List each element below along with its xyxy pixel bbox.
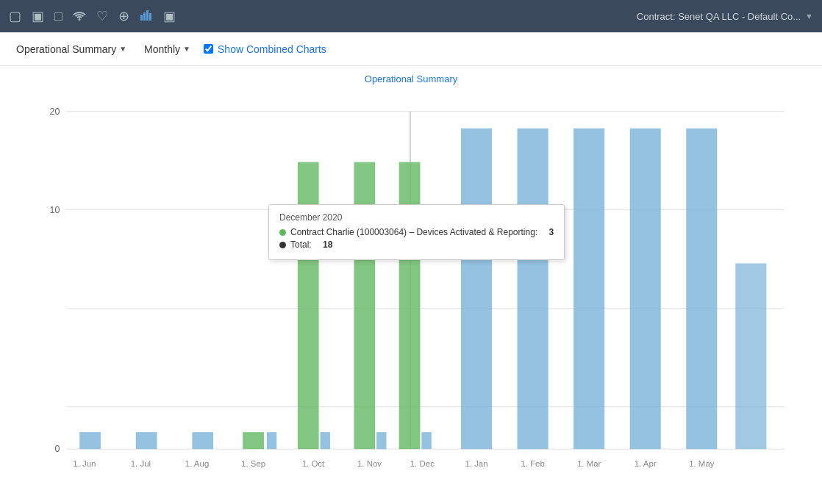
bar-nov-green xyxy=(354,162,375,450)
combined-charts-checkbox-label[interactable]: Show Combined Charts xyxy=(204,43,326,55)
bar-mar-blue xyxy=(573,129,604,449)
bell-icon[interactable]: ♡ xyxy=(96,8,108,24)
summary-caret-icon: ▼ xyxy=(119,45,126,53)
bar-oct-blue xyxy=(321,432,330,449)
bar-aug-blue xyxy=(192,432,213,449)
bar-apr-blue xyxy=(630,129,661,449)
tab-icon[interactable]: ▣ xyxy=(32,8,44,24)
svg-rect-0 xyxy=(140,15,143,21)
period-dropdown[interactable]: Monthly ▼ xyxy=(140,40,195,58)
svg-text:10: 10 xyxy=(50,205,60,215)
svg-rect-3 xyxy=(149,13,151,21)
period-label: Monthly xyxy=(144,43,180,55)
svg-text:1. Nov: 1. Nov xyxy=(357,459,382,468)
svg-text:1. Mar: 1. Mar xyxy=(577,459,601,468)
top-bar: ▢ ▣ □ ♡ ⊕ ▣ Contract: Senet QA LLC - Def… xyxy=(0,0,822,32)
svg-text:1. May: 1. May xyxy=(689,459,715,468)
add-icon[interactable]: ⊕ xyxy=(118,8,129,24)
chart-svg: 20 10 0 xyxy=(15,90,807,484)
summary-label: Operational Summary xyxy=(16,43,116,55)
svg-rect-1 xyxy=(143,12,146,21)
contract-selector[interactable]: Contract: Senet QA LLC - Default Co... ▼ xyxy=(637,11,813,22)
bar-feb-blue xyxy=(518,129,548,449)
contract-label: Contract: Senet QA LLC - Default Co... xyxy=(637,11,801,22)
doc-icon[interactable]: ▣ xyxy=(163,8,176,24)
window-icon[interactable]: ▢ xyxy=(9,8,21,24)
bar-sep-blue xyxy=(267,432,276,449)
bar-nov-blue xyxy=(376,432,386,449)
chart-area: Operational Summary 20 10 0 xyxy=(0,66,822,504)
bar-jul-blue xyxy=(136,432,157,449)
contract-chevron-icon: ▼ xyxy=(805,12,813,21)
toolbar: Operational Summary ▼ Monthly ▼ Show Com… xyxy=(0,32,822,66)
bar-jun-blue xyxy=(79,432,101,449)
bar-sep-green xyxy=(243,432,264,449)
combined-charts-checkbox[interactable] xyxy=(204,44,213,54)
chart-title: Operational Summary xyxy=(15,73,807,84)
svg-text:1. Jan: 1. Jan xyxy=(465,459,487,468)
bar-may-blue xyxy=(686,129,717,449)
svg-text:1. Jun: 1. Jun xyxy=(73,459,96,468)
svg-text:20: 20 xyxy=(50,107,60,117)
browser-icon[interactable]: □ xyxy=(54,9,62,24)
bar-jan-blue xyxy=(461,129,492,449)
bar-dec-green xyxy=(399,162,421,450)
bar-oct-green xyxy=(298,162,319,450)
summary-dropdown[interactable]: Operational Summary ▼ xyxy=(12,40,131,58)
chart-icon[interactable] xyxy=(140,9,153,24)
bar-dec-blue xyxy=(421,432,431,449)
svg-rect-2 xyxy=(146,10,149,21)
svg-text:1. Feb: 1. Feb xyxy=(521,459,545,468)
svg-text:0: 0 xyxy=(54,444,60,454)
svg-text:1. Dec: 1. Dec xyxy=(410,459,435,468)
svg-text:1. Jul: 1. Jul xyxy=(131,459,151,468)
chart-svg-wrapper: 20 10 0 xyxy=(15,90,807,484)
svg-text:1. Aug: 1. Aug xyxy=(185,459,210,468)
wifi-icon[interactable] xyxy=(73,9,86,24)
bar-extra-blue xyxy=(735,263,766,449)
svg-text:1. Sep: 1. Sep xyxy=(241,459,265,468)
nav-icons: ▢ ▣ □ ♡ ⊕ ▣ xyxy=(9,8,176,24)
svg-text:1. Apr: 1. Apr xyxy=(635,459,657,468)
svg-text:1. Oct: 1. Oct xyxy=(302,459,325,468)
combined-charts-label: Show Combined Charts xyxy=(218,43,326,55)
period-caret-icon: ▼ xyxy=(183,45,190,53)
